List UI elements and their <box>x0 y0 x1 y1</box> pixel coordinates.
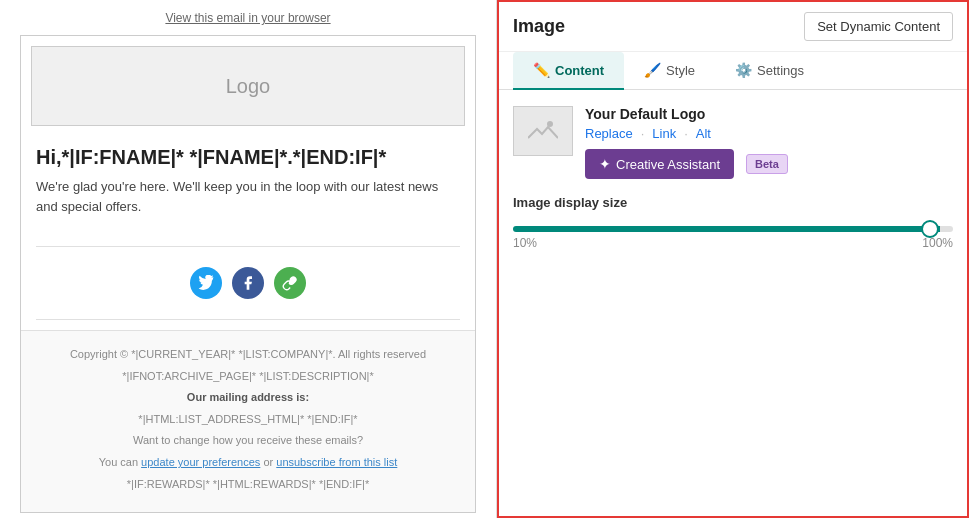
view-browser-container: View this email in your browser <box>20 10 476 25</box>
slider-max-label: 100% <box>922 236 953 250</box>
panel-header: Image Set Dynamic Content <box>499 2 967 52</box>
logo-placeholder: Logo <box>31 46 465 126</box>
footer-mailing-address: *|HTML:LIST_ADDRESS_HTML|* *|END:IF|* <box>36 411 460 429</box>
footer-copyright: Copyright © *|CURRENT_YEAR|* *|LIST:COMP… <box>36 346 460 364</box>
content-tab-icon: ✏️ <box>533 62 550 78</box>
view-browser-link[interactable]: View this email in your browser <box>165 11 330 25</box>
panel-content: Your Default Logo Replace · Link · Alt ✦… <box>499 90 967 516</box>
logo-text: Logo <box>226 75 271 98</box>
greeting-section: Hi,*|IF:FNAME|* *|FNAME|*.*|END:IF|* We'… <box>21 136 475 236</box>
logo-title: Your Default Logo <box>585 106 953 122</box>
footer-or: or <box>263 456 276 468</box>
tab-settings-label: Settings <box>757 63 804 78</box>
tabs-row: ✏️ Content 🖌️ Style ⚙️ Settings <box>499 52 967 90</box>
image-size-section: Image display size 10% 100% <box>513 195 953 250</box>
greeting-body: We're glad you're here. We'll keep you i… <box>36 177 460 216</box>
facebook-icon[interactable] <box>232 267 264 299</box>
footer-links: You can update your preferences or unsub… <box>36 454 460 472</box>
email-preview-panel: View this email in your browser Logo Hi,… <box>0 0 497 518</box>
footer-change-text: Want to change how you receive these ema… <box>36 432 460 450</box>
tab-settings[interactable]: ⚙️ Settings <box>715 52 824 90</box>
social-icons-row <box>21 257 475 309</box>
greeting-heading: Hi,*|IF:FNAME|* *|FNAME|*.*|END:IF|* <box>36 146 460 169</box>
tab-content[interactable]: ✏️ Content <box>513 52 624 90</box>
settings-tab-icon: ⚙️ <box>735 62 752 78</box>
footer-update-link[interactable]: update your preferences <box>141 456 260 468</box>
settings-panel: Image Set Dynamic Content ✏️ Content 🖌️ … <box>497 0 969 518</box>
divider-2 <box>36 319 460 320</box>
image-size-label: Image display size <box>513 195 953 210</box>
beta-badge: Beta <box>746 154 788 174</box>
twitter-icon[interactable] <box>190 267 222 299</box>
image-placeholder-icon <box>528 118 558 144</box>
tab-style[interactable]: 🖌️ Style <box>624 52 715 90</box>
image-size-slider[interactable] <box>513 226 953 232</box>
slider-labels: 10% 100% <box>513 236 953 250</box>
style-tab-icon: 🖌️ <box>644 62 661 78</box>
footer-ifnot: *|IFNOT:ARCHIVE_PAGE|* *|LIST:DESCRIPTIO… <box>36 368 460 386</box>
slider-min-label: 10% <box>513 236 537 250</box>
logo-info-row: Your Default Logo Replace · Link · Alt ✦… <box>513 106 953 179</box>
sep-1: · <box>641 126 645 141</box>
logo-details: Your Default Logo Replace · Link · Alt ✦… <box>585 106 953 179</box>
divider-1 <box>36 246 460 247</box>
replace-link[interactable]: Replace <box>585 126 633 141</box>
footer-unsubscribe-link[interactable]: unsubscribe from this list <box>276 456 397 468</box>
email-container: Logo Hi,*|IF:FNAME|* *|FNAME|*.*|END:IF|… <box>20 35 476 513</box>
panel-title: Image <box>513 16 565 37</box>
footer-rewards: *|IF:REWARDS|* *|HTML:REWARDS|* *|END:IF… <box>36 476 460 494</box>
logo-actions: Replace · Link · Alt <box>585 126 953 141</box>
footer-section: Copyright © *|CURRENT_YEAR|* *|LIST:COMP… <box>21 330 475 512</box>
tab-style-label: Style <box>666 63 695 78</box>
link-link[interactable]: Link <box>652 126 676 141</box>
logo-thumbnail <box>513 106 573 156</box>
footer-you-can: You can <box>99 456 141 468</box>
creative-assistant-button[interactable]: ✦ Creative Assistant <box>585 149 734 179</box>
sep-2: · <box>684 126 688 141</box>
alt-link[interactable]: Alt <box>696 126 711 141</box>
creative-assistant-label: Creative Assistant <box>616 157 720 172</box>
footer-mailing-label: Our mailing address is: <box>36 389 460 407</box>
svg-point-1 <box>547 121 553 127</box>
creative-assistant-icon: ✦ <box>599 156 611 172</box>
set-dynamic-button[interactable]: Set Dynamic Content <box>804 12 953 41</box>
link-icon[interactable] <box>274 267 306 299</box>
svg-rect-0 <box>528 118 558 144</box>
tab-content-label: Content <box>555 63 604 78</box>
